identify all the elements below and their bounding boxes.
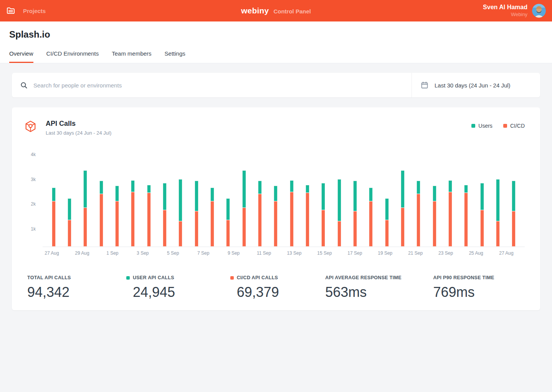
x-tick-label: 9 Sep <box>228 250 240 256</box>
stacked-bar <box>258 181 262 247</box>
users-segment <box>496 179 500 221</box>
x-tick-label: 17 Sep <box>347 250 362 256</box>
bar-column <box>395 147 410 247</box>
x-tick-label: 21 Sep <box>408 250 423 256</box>
bar-column <box>78 147 93 247</box>
users-segment <box>131 180 135 192</box>
search-input[interactable] <box>33 82 403 89</box>
date-range-label: Last 30 days (24 Jun - 24 Jul) <box>435 82 511 89</box>
stacked-bar <box>147 185 151 247</box>
users-segment <box>385 198 389 219</box>
bar-column <box>46 147 61 247</box>
x-tick-label: 27 Aug <box>499 250 513 256</box>
bar-column <box>347 147 363 247</box>
bar-column <box>141 147 157 247</box>
users-segment <box>115 186 119 201</box>
stacked-bar <box>210 188 214 247</box>
avatar[interactable] <box>532 4 546 18</box>
x-tick-label: 27 Aug <box>45 250 59 256</box>
users-segment <box>178 179 182 221</box>
users-segment <box>321 183 325 210</box>
y-tick-label: 1k <box>31 226 36 232</box>
bar-column <box>252 147 268 247</box>
users-segment <box>52 188 56 201</box>
stat-label: CI/CD API CALLS <box>237 275 278 280</box>
cicd-segment <box>195 211 198 247</box>
cicd-segment <box>353 211 357 247</box>
stat-value: 69,379 <box>237 284 326 300</box>
tab-cicd-environments[interactable]: CI/CD Environments <box>46 50 99 63</box>
users-segment <box>512 181 516 211</box>
cicd-segment <box>115 201 119 247</box>
cicd-segment <box>242 208 246 247</box>
cicd-segment <box>480 210 484 247</box>
stacked-bar <box>401 170 405 247</box>
y-axis: 1k2k3k4k <box>21 147 43 247</box>
x-axis: 27 Aug29 Aug1 Sep3 Sep5 Sep7 Sep9 Sep11 … <box>52 250 506 257</box>
stacked-bar <box>274 186 278 247</box>
bar-column <box>188 147 204 247</box>
stacked-bar <box>242 170 246 247</box>
bar-column <box>284 147 299 247</box>
stacked-bar <box>52 188 56 247</box>
cicd-segment <box>464 193 468 247</box>
logo-wordmark: webiny <box>241 6 269 15</box>
projects-nav-label: Projects <box>23 8 46 14</box>
stacked-bar-chart: 1k2k3k4k 27 Aug29 Aug1 Sep3 Sep5 Sep7 Se… <box>12 147 540 257</box>
projects-nav-button[interactable]: Projects <box>6 6 46 15</box>
tab-overview[interactable]: Overview <box>9 50 33 63</box>
bar-column <box>220 147 236 247</box>
logo-suffix-label: Control Panel <box>273 8 311 15</box>
users-segment <box>337 179 341 221</box>
x-tick-label: 7 Sep <box>197 250 209 256</box>
user-menu[interactable]: Sven Al Hamad Webiny <box>483 4 546 18</box>
users-segment <box>401 170 405 208</box>
bar-column <box>490 147 506 247</box>
content-area: Last 30 days (24 Jun - 24 Jul) API Calls… <box>0 63 552 392</box>
cicd-segment <box>448 192 452 247</box>
top-bar: Projects webiny Control Panel Sven Al Ha… <box>0 0 552 21</box>
x-tick-label: 1 Sep <box>106 250 118 256</box>
legend-item-cicd: CI/CD <box>503 123 525 129</box>
legend-label-cicd: CI/CD <box>510 123 525 129</box>
stat-value: 563ms <box>325 284 433 300</box>
users-segment <box>68 198 71 219</box>
x-tick-label: 15 Sep <box>317 250 332 256</box>
stat-value: 94,342 <box>27 284 126 300</box>
stat-label: API P90 RESPONSE TIME <box>433 275 494 280</box>
stacked-bar <box>306 185 309 247</box>
stacked-bar <box>496 179 500 247</box>
bar-column <box>426 147 442 247</box>
bar-column <box>109 147 125 247</box>
y-tick-label: 3k <box>31 177 36 182</box>
users-segment <box>163 183 167 210</box>
stat-label: USER API CALLS <box>133 275 174 280</box>
bar-column <box>458 147 474 247</box>
tab-team-members[interactable]: Team members <box>112 50 151 63</box>
search-box <box>12 73 412 97</box>
x-tick-label: 11 Sep <box>257 250 271 256</box>
stacked-bar <box>433 186 436 247</box>
stat-value: 24,945 <box>133 284 230 300</box>
card-header: API Calls Last 30 days (24 Jun - 24 Jul)… <box>12 120 540 136</box>
cicd-segment <box>99 194 103 247</box>
cicd-segment <box>401 208 405 247</box>
cicd-segment <box>385 220 389 247</box>
x-tick-label: 13 Sep <box>287 250 301 256</box>
user-organization: Webiny <box>483 12 527 18</box>
search-icon <box>20 82 28 89</box>
cicd-segment <box>337 221 341 247</box>
stacked-bar <box>512 181 516 247</box>
card-subtitle: Last 30 days (24 Jun - 24 Jul) <box>46 130 111 136</box>
stacked-bar <box>369 188 373 247</box>
tab-settings[interactable]: Settings <box>165 50 185 63</box>
stat-label: API AVERAGE RESPONSE TIME <box>325 275 402 280</box>
date-range-picker[interactable]: Last 30 days (24 Jun - 24 Jul) <box>412 73 540 97</box>
bar-column <box>173 147 188 247</box>
app-logo: webiny Control Panel <box>241 6 311 15</box>
page-title: Splash.io <box>9 29 543 40</box>
stat-label: TOTAL API CALLS <box>27 275 71 280</box>
plot-area <box>43 147 525 247</box>
cicd-segment <box>496 221 500 247</box>
stacked-bar <box>178 179 182 247</box>
